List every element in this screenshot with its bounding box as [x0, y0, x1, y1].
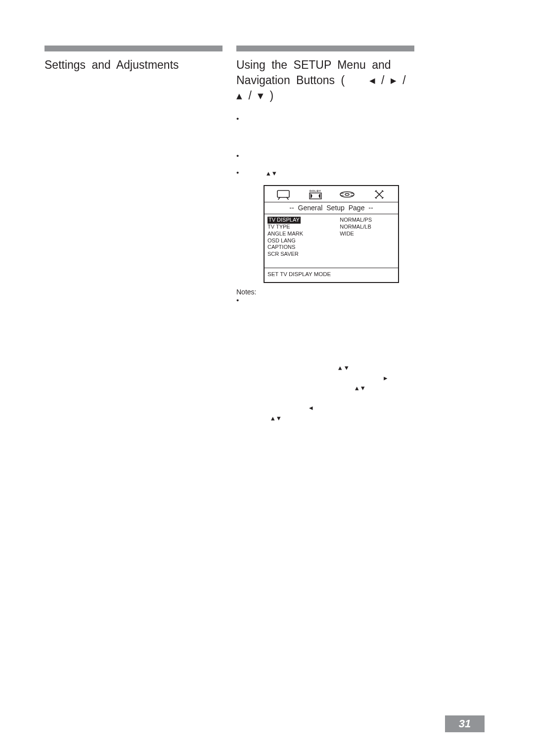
down-arrow-icon: ▾ [361, 383, 365, 392]
manual-page: Settings and Adjustments By using the SE… [0, 0, 534, 756]
slash: / [375, 74, 391, 87]
osd-page-title: -- General Setup Page -- [265, 202, 398, 214]
osd-status: SET TV DISPLAY MODE [265, 268, 398, 282]
osd-item-selected: TV DISPLAY [267, 217, 301, 224]
section-divider [44, 46, 222, 51]
instruction-item: Press SETUP to turn on the SETUP menu an… [236, 114, 414, 144]
osd-setup-menu: DOLBY [264, 185, 399, 283]
dolby-tab-icon: DOLBY [300, 189, 332, 199]
notes-item: The diagram above shows a fictitious SET… [236, 296, 414, 346]
preference-tab-icon [363, 189, 396, 200]
up-arrow-icon: ▴ [236, 89, 242, 102]
right-arrow-icon: ▸ [391, 74, 397, 87]
instruction-text: Press ▴ ▾ to change page in the main men… [245, 169, 409, 177]
left-note: Note : When you are playing back a disc,… [44, 191, 222, 232]
left-paragraph-1: By using the SETUP menu, you can make va… [44, 87, 222, 137]
osd-option: WIDE [340, 231, 395, 237]
osd-tab-row: DOLBY [265, 186, 398, 202]
left-column: Settings and Adjustments By using the SE… [44, 46, 222, 239]
osd-item: ANGLE MARK [267, 231, 334, 237]
osd-body: TV DISPLAY TV TYPE ANGLE MARK OSD LANG C… [265, 214, 398, 268]
up-arrow-icon: ▴ [355, 383, 359, 392]
notes-list: The diagram above shows a fictitious SET… [236, 296, 414, 346]
left-title: Settings and Adjustments [44, 57, 222, 73]
svg-point-3 [345, 193, 349, 195]
instruction-text: Press PLAY to return to the main menu pa… [245, 152, 394, 160]
left-arrow-icon: ◂ [309, 403, 313, 412]
up-arrow-icon: ▴ [267, 169, 270, 177]
left-arrow-icon: ◂ [351, 74, 375, 87]
osd-option: NORMAL/PS [340, 217, 395, 224]
instruction-item: Press ▴ ▾ to change page in the main men… [236, 168, 414, 178]
title-line-1: Using the SETUP Menu and [236, 58, 391, 71]
section-divider [236, 46, 414, 51]
down-arrow-icon: ▾ [277, 414, 281, 422]
down-arrow-icon: ▾ [258, 89, 264, 102]
instruction-text: Press SETUP to turn on the SETUP menu an… [245, 115, 414, 143]
svg-rect-0 [277, 190, 289, 197]
osd-option: NORMAL/LB [340, 224, 395, 231]
notes-heading: Notes: [236, 288, 414, 296]
up-arrow-icon: ▴ [338, 363, 342, 372]
up-arrow-icon: ▴ [271, 414, 275, 422]
title-line-2a: Navigation Buttons ( [236, 74, 345, 87]
slash: / [242, 89, 258, 102]
instruction-item: Press PLAY to return to the main menu pa… [236, 151, 414, 161]
notes-text: The diagram above shows a fictitious SET… [245, 296, 407, 345]
nav-explain-2: If the option is dimmed, it means it can… [236, 440, 414, 461]
osd-item: CAPTIONS [267, 244, 334, 251]
title-line-2b: ) [270, 89, 274, 102]
down-arrow-icon: ▾ [345, 363, 349, 372]
osd-item: OSD LANG [267, 237, 334, 244]
left-paragraph-2: Unless otherwise noted, the navigation b… [44, 144, 222, 184]
osd-item: SCR SAVER [267, 251, 334, 258]
osd-item-list: TV DISPLAY TV TYPE ANGLE MARK OSD LANG C… [265, 214, 337, 268]
slash: / [397, 74, 406, 87]
video-tab-icon [331, 189, 363, 199]
osd-item: TV TYPE [267, 224, 334, 231]
general-tab-icon [267, 189, 300, 200]
nav-explain-1: Observe that you are now in the left col… [236, 353, 414, 433]
osd-option-list: NORMAL/PS NORMAL/LB WIDE [337, 214, 398, 268]
svg-point-2 [340, 192, 354, 197]
right-column: Using the SETUP Menu and Navigation Butt… [236, 46, 414, 468]
page-number: 31 [445, 715, 485, 732]
instruction-list: Press SETUP to turn on the SETUP menu an… [236, 114, 414, 178]
down-arrow-icon: ▾ [272, 169, 276, 177]
right-title: Using the SETUP Menu and Navigation Butt… [236, 57, 414, 103]
